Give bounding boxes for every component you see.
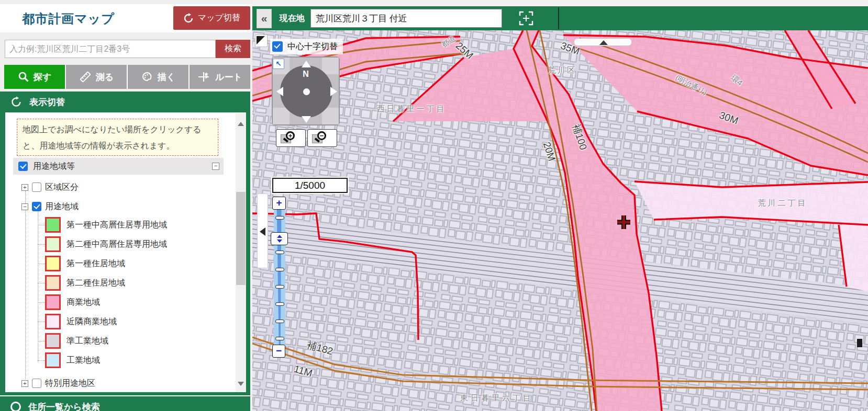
reset-north-icon[interactable]: ↖	[273, 59, 284, 69]
refresh-icon	[183, 13, 194, 24]
address-search-input[interactable]	[5, 40, 216, 58]
tree-node-tokubetsu[interactable]: + 特別用途地区	[21, 376, 95, 390]
map-viewport[interactable]: 都道25M35M荒川区西日暮里一丁目(明治通り)環430M補10020M荒川二丁…	[252, 30, 868, 411]
tree-connector	[38, 302, 45, 303]
compass-north-label: N	[273, 70, 339, 79]
legend-color-swatch	[45, 294, 61, 310]
mode-tabs: 探す 測る 描く	[4, 65, 250, 89]
legend-label: 近隣商業地域	[66, 316, 117, 327]
sidebar-collapse-handle[interactable]	[257, 193, 268, 268]
zoom-slider-tick[interactable]	[275, 285, 284, 289]
ruler-icon	[79, 71, 92, 83]
current-location-label: 現在地	[280, 13, 305, 24]
scroll-up-icon[interactable]	[238, 122, 244, 126]
display-toggle-header[interactable]: 表示切替	[0, 92, 250, 112]
magnifier-icon	[18, 71, 29, 83]
tree-connector	[38, 264, 45, 264]
center-cross-toggle[interactable]: 中心十字切替	[270, 39, 343, 54]
slider-zoom-out-button[interactable]: −	[272, 345, 285, 358]
layer-root-row[interactable]: 用途地域等 −	[13, 158, 224, 175]
zoom-in-button[interactable]: +	[276, 129, 306, 147]
top-panel-handle[interactable]	[574, 38, 632, 46]
layer-root-checkbox[interactable]	[18, 162, 28, 171]
center-cross-checkbox[interactable]	[272, 41, 283, 52]
scroll-down-icon[interactable]	[238, 382, 244, 386]
legend-item: 商業地域	[5, 293, 225, 312]
map-toolbar: « 現在地	[252, 6, 868, 30]
zoom-slider-track[interactable]	[274, 210, 285, 345]
legend-label: 第一種住居地域	[66, 258, 125, 269]
tab-route[interactable]: ルート	[190, 65, 250, 89]
legend-color-swatch	[45, 333, 61, 349]
fold-corner-button[interactable]	[255, 35, 268, 47]
pan-west-icon[interactable]	[276, 87, 283, 96]
center-target-icon[interactable]	[518, 10, 534, 26]
palette-icon	[141, 71, 153, 83]
zoom-slider-tick[interactable]	[275, 250, 284, 254]
address-list-title: 住所一覧から検索	[28, 401, 100, 411]
zoom-slider-thumb[interactable]	[271, 232, 288, 245]
tab-measure[interactable]: 測る	[66, 65, 128, 89]
legend-label: 第二種住居地域	[66, 278, 125, 289]
legend-label: 第二種中高層住居専用地域	[66, 239, 167, 250]
compass-center-dot	[303, 88, 310, 95]
legend-item: 準工業地域	[5, 332, 225, 351]
tab-draw[interactable]: 描く	[128, 65, 190, 89]
display-toggle-section: 表示切替 地図上でお調べになりたい場所をクリックすると、用途地域等の情報が表示さ…	[0, 92, 250, 395]
tab-measure-label: 測る	[96, 71, 114, 83]
map-click-notice: 地図上でお調べになりたい場所をクリックすると、用途地域等の情報が表示されます。	[17, 119, 218, 156]
pan-south-icon[interactable]	[302, 116, 311, 123]
address-list-section-header[interactable]: 住所一覧から検索	[0, 396, 250, 411]
tree-node-yoto[interactable]: − 用途地域	[21, 200, 79, 213]
zoom-out-button[interactable]: −	[307, 129, 337, 147]
yoto-label: 用途地域	[45, 201, 79, 212]
tab-find-label: 探す	[34, 71, 51, 83]
legend-label: 準工業地域	[66, 336, 108, 347]
legend-item: 第二種中高層住居専用地域	[5, 235, 225, 254]
tokubetsu-checkbox[interactable]	[32, 379, 41, 388]
legend-item: 第一種住居地域	[5, 254, 225, 273]
expand-plus-icon[interactable]: +	[21, 380, 28, 387]
center-cross-label: 中心十字切替	[287, 41, 338, 52]
tab-draw-label: 描く	[158, 71, 175, 83]
yoto-checkbox[interactable]	[32, 202, 41, 211]
kuiki-checkbox[interactable]	[32, 182, 41, 192]
scrollbar-thumb[interactable]	[236, 192, 246, 285]
tree-connector	[38, 244, 45, 245]
app-title: 都市計画マップ	[22, 10, 115, 27]
zoom-slider-tick[interactable]	[275, 337, 284, 340]
expand-plus-icon[interactable]: +	[21, 184, 28, 191]
search-button[interactable]: 検索	[216, 40, 250, 58]
compass-control[interactable]: N ↖	[272, 56, 340, 125]
layer-root-label: 用途地域等	[33, 161, 75, 172]
collapse-sidebar-button[interactable]: «	[257, 9, 272, 28]
slider-zoom-in-button[interactable]: +	[272, 197, 286, 210]
panel-scrollbar[interactable]	[236, 112, 246, 392]
expand-minus-icon[interactable]: −	[21, 203, 28, 210]
map-scale-indicator: 1/5000	[272, 178, 348, 193]
tokubetsu-label: 特別用途地区	[45, 378, 95, 389]
magnifier-minus-icon: −	[317, 131, 326, 140]
legend-label: 工業地域	[66, 355, 100, 366]
legend-color-swatch	[45, 314, 61, 329]
map-switch-button[interactable]: マップ切替	[173, 6, 250, 30]
tree-connector	[38, 360, 45, 361]
zoom-slider-tick[interactable]	[275, 268, 284, 271]
collapse-icon[interactable]: −	[212, 163, 219, 170]
magnifier-plus-icon: +	[286, 131, 295, 140]
zoom-slider-tick[interactable]	[275, 319, 284, 323]
tree-node-kuiki[interactable]: + 区域区分	[21, 180, 79, 194]
map-switch-label: マップ切替	[198, 13, 240, 24]
pan-north-icon[interactable]	[302, 61, 311, 67]
pan-east-icon[interactable]	[330, 87, 337, 96]
map-area: « 現在地	[252, 0, 868, 411]
address-search-row: 検索	[0, 40, 252, 58]
tree-connector	[38, 322, 45, 322]
zoom-slider-tick[interactable]	[275, 302, 284, 306]
map-symbol	[857, 339, 862, 347]
zoom-slider-wedge	[274, 210, 285, 345]
current-address-input[interactable]	[310, 9, 502, 28]
zoom-slider-tick[interactable]	[275, 216, 284, 220]
tab-find[interactable]: 探す	[4, 65, 66, 89]
map-canvas[interactable]	[252, 30, 868, 411]
